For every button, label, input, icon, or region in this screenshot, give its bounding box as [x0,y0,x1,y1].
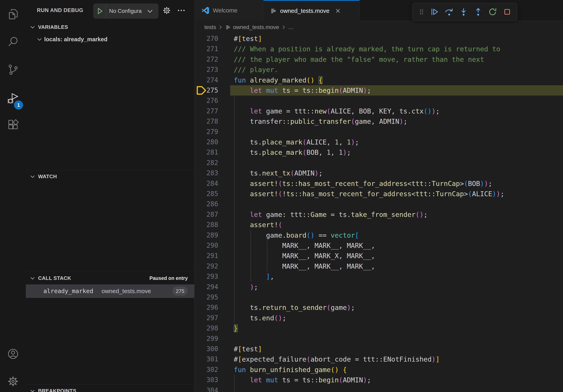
line-number[interactable]: 287 [195,209,218,220]
line-number[interactable]: 294 [195,282,218,292]
explorer-button[interactable] [7,8,19,20]
debug-settings-gear-icon[interactable] [162,6,171,15]
line-number[interactable]: 293 [195,271,218,282]
code-line-272[interactable]: 272/// the player who made the "false" m… [195,54,563,65]
code-line-288[interactable]: 288 assert!( [195,220,563,230]
code-line-274[interactable]: 274fun already_marked() { [195,75,563,85]
extensions-button[interactable] [7,119,19,131]
code-line-293[interactable]: 293 ], [195,271,563,282]
code-line-297[interactable]: 297 ts.end(); [195,313,563,323]
line-number[interactable]: 296 [195,302,218,313]
code-line-283[interactable]: 283 ts.next_tx(ADMIN); [195,168,563,178]
code-line-301[interactable]: 301#[expected_failure(abort_code = ttt::… [195,354,563,364]
breadcrumb-item-file[interactable]: owned_tests.move [233,24,279,30]
code-line-277[interactable]: 277 let game = ttt::new(ALICE, BOB, KEY,… [195,106,563,116]
code-editor[interactable]: 270#[test]271/// When a position is alre… [195,34,563,392]
line-number[interactable]: 292 [195,261,218,271]
breadcrumb-item-tests[interactable]: tests [204,24,216,30]
code-line-300[interactable]: 300#[test] [195,344,563,354]
section-breakpoints[interactable]: BREAKPOINTS [26,385,194,392]
section-variables[interactable]: VARIABLES [26,21,194,33]
line-number[interactable]: 289 [195,230,218,240]
stop-button[interactable] [503,7,512,16]
line-number[interactable]: 285 [195,189,218,199]
code-line-284[interactable]: 284 assert!(ts::has_most_recent_for_addr… [195,178,563,189]
line-number[interactable]: 303 [195,375,218,385]
section-watch[interactable]: WATCH [26,171,194,182]
start-debug-icon[interactable] [96,8,103,15]
line-number[interactable]: 302 [195,365,218,375]
line-number[interactable]: 279 [195,127,218,137]
line-number[interactable]: 301 [195,354,218,364]
line-number[interactable]: 290 [195,240,218,251]
tab-owned-tests-move[interactable]: owned_tests.move [264,0,360,21]
code-line-303[interactable]: 303 let mut ts = ts::begin(ADMIN); [195,375,563,385]
debug-configuration-dropdown[interactable]: No Configura [93,3,158,19]
code-line-289[interactable]: 289 game.board() == vector[ [195,230,563,240]
code-line-273[interactable]: 273/// player. [195,65,563,75]
restart-button[interactable] [488,7,497,16]
code-line-285[interactable]: 285 assert!(!ts::has_most_recent_for_add… [195,189,563,199]
account-button[interactable] [7,348,19,360]
settings-button[interactable] [7,375,19,387]
line-number[interactable]: 297 [195,313,218,323]
code-line-287[interactable]: 287 let game: ttt::Game = ts.take_from_s… [195,209,563,220]
call-stack-frame[interactable]: already_marked owned_tests.move 275 [26,284,194,298]
code-line-282[interactable]: 282 [195,158,563,168]
line-number[interactable]: 274 [195,75,218,85]
code-line-290[interactable]: 290 MARK__, MARK__, MARK__, [195,240,563,251]
line-number[interactable]: 270 [195,34,218,44]
code-line-278[interactable]: 278 transfer::public_transfer(game, ADMI… [195,116,563,127]
line-number[interactable]: 299 [195,334,218,344]
section-call-stack[interactable]: CALL STACK Paused on entry [26,272,194,284]
line-number[interactable]: 281 [195,147,218,157]
line-number[interactable]: 277 [195,106,218,116]
variables-scope-locals[interactable]: locals: already_marked [26,34,194,45]
line-number[interactable]: 295 [195,292,218,302]
line-number[interactable]: 288 [195,220,218,230]
code-line-295[interactable]: 295 [195,292,563,302]
line-number[interactable]: 272 [195,54,218,65]
code-line-304[interactable]: 304 [195,385,563,392]
code-line-275[interactable]: 275 let mut ts = ts::begin(ADMIN); [195,85,563,95]
code-line-271[interactable]: 271/// When a position is already marked… [195,44,563,54]
code-line-298[interactable]: 298} [195,323,563,333]
code-line-270[interactable]: 270#[test] [195,34,563,44]
breadcrumb-item-symbol[interactable]: … [288,24,294,30]
code-line-294[interactable]: 294 ); [195,282,563,292]
search-button[interactable] [7,36,19,48]
code-line-291[interactable]: 291 MARK__, MARK_X, MARK__, [195,251,563,261]
step-over-button[interactable] [445,7,454,16]
code-line-276[interactable]: 276 [195,95,563,106]
more-actions-icon[interactable] [177,6,186,15]
line-number[interactable]: 271 [195,44,218,54]
code-line-299[interactable]: 299 [195,334,563,344]
line-number[interactable]: 280 [195,137,218,147]
line-number[interactable]: 284 [195,178,218,189]
close-icon[interactable] [335,8,341,14]
line-number[interactable]: 286 [195,199,218,209]
code-line-279[interactable]: 279 [195,127,563,137]
step-into-button[interactable] [459,7,468,16]
line-number[interactable]: 304 [195,385,218,392]
tab-welcome[interactable]: Welcome [195,0,263,21]
code-line-302[interactable]: 302fun burn_unfinished_game() { [195,365,563,375]
code-line-292[interactable]: 292 MARK__, MARK__, MARK__, [195,261,563,271]
code-line-296[interactable]: 296 ts.return_to_sender(game); [195,302,563,313]
line-number[interactable]: 278 [195,116,218,127]
line-number[interactable]: 300 [195,344,218,354]
step-out-button[interactable] [474,7,483,16]
continue-button[interactable] [430,7,439,16]
section-label: WATCH [38,173,57,180]
line-number[interactable]: 283 [195,168,218,178]
line-number[interactable]: 282 [195,158,218,168]
code-line-286[interactable]: 286 [195,199,563,209]
code-line-280[interactable]: 280 ts.place_mark(ALICE, 1, 1); [195,137,563,147]
code-line-281[interactable]: 281 ts.place_mark(BOB, 1, 1); [195,147,563,157]
line-number[interactable]: 273 [195,65,218,75]
source-control-button[interactable] [7,64,19,76]
drag-handle-icon[interactable] [418,7,425,16]
line-number[interactable]: 291 [195,251,218,261]
line-number[interactable]: 298 [195,323,218,333]
line-number[interactable]: 276 [195,95,218,106]
